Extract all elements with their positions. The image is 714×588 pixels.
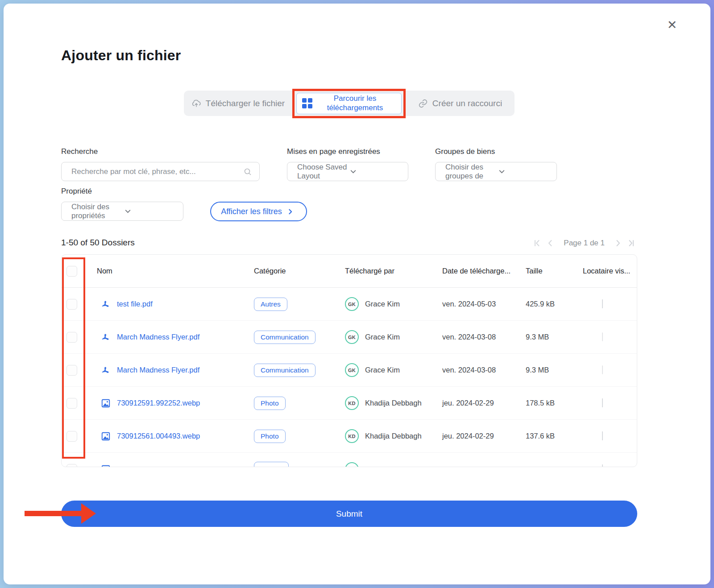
show-filters-button[interactable]: Afficher les filtres <box>210 202 307 221</box>
row-checkbox[interactable] <box>66 431 77 442</box>
row-checkbox[interactable] <box>66 365 77 376</box>
chevron-down-icon <box>124 207 177 215</box>
chevron-right-icon <box>286 208 296 215</box>
grid-icon <box>302 98 312 108</box>
file-size: 9.3 MB <box>526 366 583 374</box>
row-checkbox[interactable] <box>66 398 77 409</box>
tenant-visible-checkbox <box>602 299 603 308</box>
previous-page-icon[interactable] <box>546 239 555 248</box>
close-icon[interactable]: ✕ <box>665 18 679 32</box>
header-date: Date de télécharge... <box>442 267 526 275</box>
avatar: KD <box>345 396 359 410</box>
property-label: Propriété <box>61 187 92 196</box>
red-arrow-annotation <box>25 511 83 516</box>
red-arrow-head <box>81 503 96 524</box>
pdf-file-icon <box>101 365 111 375</box>
tenant-visible-checkbox <box>602 464 603 467</box>
table-row: 730912561.004493.webp Photo KD Khadija D… <box>62 420 637 453</box>
uploader-name: Grace Kim <box>365 333 400 341</box>
file-size: 178.5 kB <box>526 399 583 407</box>
last-page-icon[interactable] <box>627 239 636 248</box>
search-input[interactable] <box>71 167 243 176</box>
next-page-icon[interactable] <box>614 239 623 248</box>
upload-date: ven. 2024-03-08 <box>442 333 526 341</box>
property-select[interactable]: Choisir des propriétés <box>61 202 183 221</box>
table-row: 730912591.992252.webp Photo KD Khadija D… <box>62 387 637 420</box>
image-file-icon <box>101 464 111 468</box>
tab-bar: Télécharger le fichier Parcourir les tél… <box>184 91 515 116</box>
tenant-visible-checkbox <box>602 431 603 440</box>
image-file-icon <box>101 398 111 408</box>
table-body: test file.pdf Autres GK Grace Kim ven. 2… <box>62 288 637 467</box>
page-indicator: Page 1 de 1 <box>564 239 605 248</box>
property-value: Choisir des propriétés <box>71 203 124 220</box>
file-name-link[interactable]: 730912561.004493.webp <box>117 432 200 440</box>
uploader-name: Grace Kim <box>365 300 400 308</box>
category-badge: Communication <box>254 331 315 344</box>
table-row: March Madness Flyer.pdf Communication GK… <box>62 321 637 354</box>
saved-layout-value: Choose Saved Layout <box>297 163 349 181</box>
tab-browse-uploads[interactable]: Parcourir les téléchargements <box>296 93 402 114</box>
pagination: Page 1 de 1 <box>532 239 636 248</box>
select-all-checkbox[interactable] <box>66 266 77 277</box>
pdf-file-icon <box>101 332 111 342</box>
saved-layouts-label: Mises en page enregistrées <box>287 147 380 156</box>
uploader-name: Khadija Debbagh <box>365 399 422 407</box>
file-size: 137.6 kB <box>526 432 583 440</box>
link-icon <box>418 98 428 109</box>
property-groups-value: Choisir des groupes de <box>445 163 498 181</box>
file-name-link[interactable]: March Madness Flyer.pdf <box>117 366 199 374</box>
add-file-modal: ✕ Ajouter un fichier Télécharger le fich… <box>4 4 710 584</box>
chevron-down-icon <box>498 168 551 175</box>
uploader-name: Khadija Debbagh <box>365 432 422 440</box>
show-filters-label: Afficher les filtres <box>221 207 282 216</box>
tab-shortcut-label: Créer un raccourci <box>432 99 502 108</box>
results-count: 1-50 of 50 Dossiers <box>61 238 135 248</box>
table-row-partial <box>62 453 637 467</box>
submit-button[interactable]: Submit <box>61 501 637 527</box>
category-badge: Photo <box>254 397 286 410</box>
file-name-link[interactable]: 730912591.992252.webp <box>117 399 200 407</box>
page-backdrop: ✕ Ajouter un fichier Télécharger le fich… <box>0 0 714 588</box>
avatar: KD <box>345 429 359 443</box>
tab-create-shortcut[interactable]: Créer un raccourci <box>406 91 515 116</box>
table-row: test file.pdf Autres GK Grace Kim ven. 2… <box>62 288 637 321</box>
first-page-icon[interactable] <box>532 239 541 248</box>
table-row: March Madness Flyer.pdf Communication GK… <box>62 354 637 387</box>
property-groups-select[interactable]: Choisir des groupes de <box>435 162 557 181</box>
page-title: Ajouter un fichier <box>61 47 181 64</box>
avatar: GK <box>345 363 359 377</box>
red-annotation-tab-box: Parcourir les téléchargements <box>292 89 406 118</box>
saved-layout-select[interactable]: Choose Saved Layout <box>287 162 408 181</box>
category-badge: Communication <box>254 364 315 377</box>
chevron-down-icon <box>349 168 402 175</box>
tenant-visible-checkbox <box>602 398 603 407</box>
category-badge: Autres <box>254 298 287 311</box>
row-checkbox[interactable] <box>66 464 77 468</box>
header-uploaded-by: Téléchargé par <box>345 267 442 275</box>
table-header-row: Nom Catégorie Téléchargé par Date de tél… <box>62 255 637 288</box>
uploader-name: Grace Kim <box>365 366 400 374</box>
header-tenant-visible: Locataire vis... <box>583 267 637 275</box>
row-checkbox[interactable] <box>66 299 77 310</box>
cloud-upload-icon <box>191 97 201 109</box>
pdf-file-icon <box>101 299 111 309</box>
upload-date: ven. 2024-05-03 <box>442 300 526 308</box>
search-label: Recherche <box>61 147 98 156</box>
search-icon <box>243 167 253 176</box>
file-name-link[interactable]: test file.pdf <box>117 300 153 308</box>
tab-upload-file[interactable]: Télécharger le fichier <box>184 91 292 116</box>
row-checkbox[interactable] <box>66 332 77 343</box>
file-size: 425.9 kB <box>526 300 583 308</box>
category-badge <box>254 462 289 468</box>
files-table: Nom Catégorie Téléchargé par Date de tél… <box>61 254 637 467</box>
header-name: Nom <box>94 267 254 275</box>
file-size: 9.3 MB <box>526 333 583 341</box>
upload-date: jeu. 2024-02-29 <box>442 432 526 440</box>
file-name-link[interactable]: March Madness Flyer.pdf <box>117 333 199 341</box>
image-file-icon <box>101 431 111 441</box>
tab-upload-label: Télécharger le fichier <box>206 99 285 108</box>
header-size: Taille <box>526 267 583 275</box>
avatar: GK <box>345 330 359 344</box>
tab-browse-label: Parcourir les téléchargements <box>312 94 398 112</box>
